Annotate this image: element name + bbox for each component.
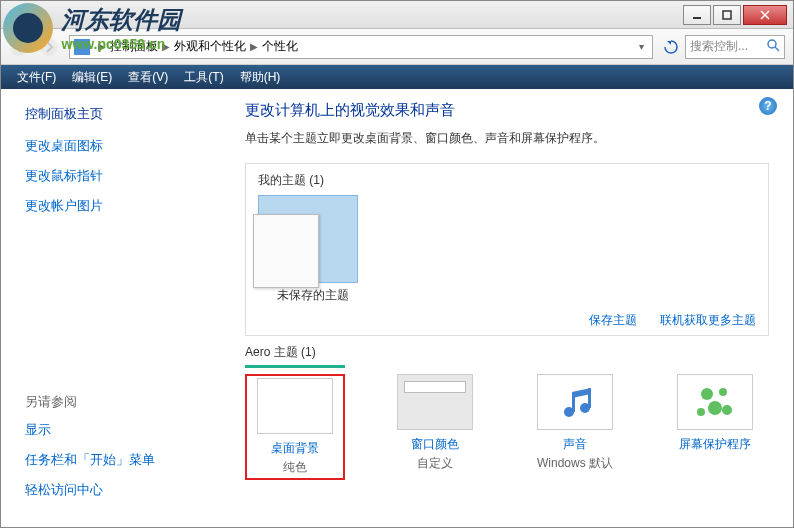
window-color-thumb [397,374,473,430]
sound-thumb [537,374,613,430]
breadcrumb[interactable]: ▶ 控制面板 ▶ 外观和个性化 ▶ 个性化 ▾ [69,35,653,59]
minimize-button[interactable] [683,5,711,25]
help-icon[interactable]: ? [759,97,777,115]
sidebar: 控制面板主页 更改桌面图标 更改鼠标指针 更改帐户图片 另请参阅 显示 任务栏和… [1,89,221,527]
chevron-down-icon[interactable]: ▾ [639,41,644,52]
search-placeholder: 搜索控制... [690,38,748,55]
svg-point-2 [10,38,28,56]
forward-button[interactable] [35,33,63,61]
settings-row: 桌面背景 纯色 窗口颜色 自定义 声音 Windows 默认 屏幕保护程序 [245,374,769,480]
my-themes-title: 我的主题 (1) [258,172,756,189]
desktop-bg-label: 桌面背景 [249,440,341,457]
svg-rect-1 [723,11,731,19]
maximize-button[interactable] [713,5,741,25]
svg-point-3 [40,38,58,56]
get-more-themes-link[interactable]: 联机获取更多主题 [660,313,756,327]
menu-view[interactable]: 查看(V) [120,69,176,86]
menu-tools[interactable]: 工具(T) [176,69,231,86]
desktop-bg-sublabel: 纯色 [249,459,341,476]
page-description: 单击某个主题立即更改桌面背景、窗口颜色、声音和屏幕保护程序。 [245,130,769,147]
window-color-button[interactable]: 窗口颜色 自定义 [385,374,485,480]
aero-theme-preview[interactable] [245,365,345,368]
sidebar-link-desktop-icons[interactable]: 更改桌面图标 [25,137,221,155]
svg-point-13 [722,405,732,415]
navigation-toolbar: ▶ 控制面板 ▶ 外观和个性化 ▶ 个性化 ▾ 搜索控制... [1,29,793,65]
search-input[interactable]: 搜索控制... [685,35,785,59]
sound-sublabel: Windows 默认 [525,455,625,472]
my-themes-group: 我的主题 (1) 未保存的主题 保存主题 联机获取更多主题 [245,163,769,336]
breadcrumb-item[interactable]: 个性化 [262,38,298,55]
refresh-button[interactable] [659,35,683,59]
save-theme-link[interactable]: 保存主题 [589,313,637,327]
sidebar-link-mouse-pointers[interactable]: 更改鼠标指针 [25,167,221,185]
screensaver-label: 屏幕保护程序 [665,436,765,453]
theme-item-unsaved[interactable]: 未保存的主题 [258,195,368,304]
sidebar-link-ease-of-access[interactable]: 轻松访问中心 [25,481,221,499]
screensaver-button[interactable]: 屏幕保护程序 [665,374,765,480]
sidebar-home-link[interactable]: 控制面板主页 [25,105,221,123]
aero-themes-title: Aero 主题 (1) [245,344,769,361]
sound-label: 声音 [525,436,625,453]
window-titlebar [1,1,793,29]
main-panel: ? 更改计算机上的视觉效果和声音 单击某个主题立即更改桌面背景、窗口颜色、声音和… [221,89,793,527]
svg-point-12 [708,401,722,415]
breadcrumb-item[interactable]: 控制面板 [110,38,158,55]
svg-point-4 [768,40,776,48]
window-color-label: 窗口颜色 [385,436,485,453]
search-icon [766,38,780,55]
window-color-sublabel: 自定义 [385,455,485,472]
control-panel-icon [74,39,90,55]
chevron-right-icon: ▶ [250,41,258,52]
screensaver-thumb [677,374,753,430]
theme-label: 未保存的主题 [258,287,368,304]
sound-button[interactable]: 声音 Windows 默认 [525,374,625,480]
sidebar-link-taskbar[interactable]: 任务栏和「开始」菜单 [25,451,221,469]
content-area: 控制面板主页 更改桌面图标 更改鼠标指针 更改帐户图片 另请参阅 显示 任务栏和… [1,89,793,527]
sidebar-see-also-title: 另请参阅 [25,393,221,411]
svg-point-10 [701,388,713,400]
sidebar-link-display[interactable]: 显示 [25,421,221,439]
breadcrumb-item[interactable]: 外观和个性化 [174,38,246,55]
menu-edit[interactable]: 编辑(E) [64,69,120,86]
menu-file[interactable]: 文件(F) [9,69,64,86]
back-button[interactable] [5,33,33,61]
page-title: 更改计算机上的视觉效果和声音 [245,101,769,120]
sidebar-link-account-picture[interactable]: 更改帐户图片 [25,197,221,215]
close-button[interactable] [743,5,787,25]
svg-point-11 [719,388,727,396]
desktop-bg-thumb [257,378,333,434]
svg-rect-0 [693,17,701,19]
menu-bar: 文件(F) 编辑(E) 查看(V) 工具(T) 帮助(H) [1,65,793,89]
menu-help[interactable]: 帮助(H) [232,69,289,86]
svg-point-14 [697,408,705,416]
theme-thumbnail[interactable] [258,195,358,283]
svg-line-5 [775,47,779,51]
chevron-right-icon: ▶ [98,41,106,52]
desktop-background-button[interactable]: 桌面背景 纯色 [245,374,345,480]
chevron-right-icon: ▶ [162,41,170,52]
